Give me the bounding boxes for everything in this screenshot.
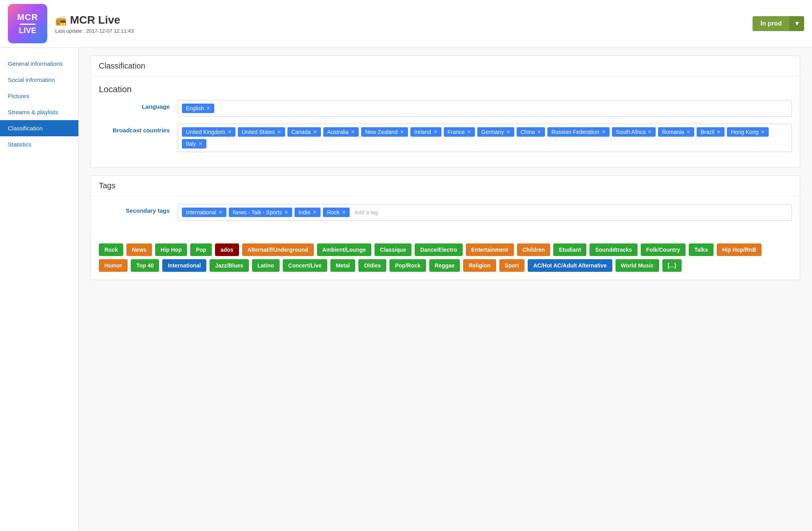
- tag-button[interactable]: Humor: [99, 259, 128, 272]
- classification-body: Location Language English ✕ Broadcast co…: [91, 76, 800, 167]
- add-tag-placeholder: Add a tag: [352, 208, 380, 217]
- remove-country-tag[interactable]: ✕: [277, 129, 281, 135]
- tag-button[interactable]: Sport: [499, 259, 525, 272]
- tag-button[interactable]: Jazz/Blues: [209, 259, 249, 272]
- tag-button[interactable]: Sounddtracks: [590, 243, 637, 256]
- prod-button[interactable]: In prod: [753, 16, 790, 31]
- remove-country-tag[interactable]: ✕: [602, 129, 606, 135]
- header-title-area: 📻 MCR Live Last update : 2017-12-07 12:1…: [55, 14, 753, 34]
- remove-country-tag[interactable]: ✕: [313, 129, 317, 135]
- tags-header: Tags: [91, 176, 800, 196]
- tag-button[interactable]: Reggae: [429, 259, 460, 272]
- remove-country-tag[interactable]: ✕: [198, 141, 202, 147]
- remove-language-tag[interactable]: ✕: [206, 106, 210, 111]
- secondary-tag[interactable]: International ✕: [182, 208, 226, 217]
- sidebar-item-streams-playlists[interactable]: Streams & playlists: [0, 104, 78, 120]
- language-tag[interactable]: English ✕: [182, 104, 214, 113]
- country-tag[interactable]: Russian Federation ✕: [547, 127, 609, 137]
- remove-country-tag[interactable]: ✕: [351, 129, 355, 135]
- tag-grid: RockNewsHip HopPopadosAlternatif/Undergr…: [91, 243, 800, 280]
- broadcast-row: Broadcast countries United Kingdom ✕Unit…: [99, 124, 792, 152]
- tag-button[interactable]: Pop: [190, 243, 211, 256]
- language-input[interactable]: English ✕: [178, 100, 792, 117]
- remove-country-tag[interactable]: ✕: [400, 129, 404, 135]
- tags-title: Tags: [99, 181, 115, 190]
- remove-secondary-tag[interactable]: ✕: [284, 210, 288, 215]
- remove-country-tag[interactable]: ✕: [228, 129, 232, 135]
- tag-button[interactable]: Classique: [374, 243, 412, 256]
- tag-button[interactable]: Children: [517, 243, 551, 256]
- secondary-tag[interactable]: Indie ✕: [295, 208, 321, 217]
- tag-button[interactable]: [...]: [662, 259, 682, 272]
- tag-button[interactable]: Folk/Country: [641, 243, 686, 256]
- tags-card: Tags Secondary tags International ✕News …: [91, 175, 800, 280]
- tag-button[interactable]: Rock: [99, 243, 123, 256]
- tag-button[interactable]: Hip Hop/RnB: [717, 243, 762, 256]
- tag-button[interactable]: World Music: [615, 259, 659, 272]
- country-tag[interactable]: United States ✕: [238, 127, 285, 137]
- tag-button[interactable]: Metal: [330, 259, 356, 272]
- remove-country-tag[interactable]: ✕: [537, 129, 541, 135]
- country-tag[interactable]: Germany ✕: [477, 127, 514, 137]
- remove-country-tag[interactable]: ✕: [717, 129, 721, 135]
- country-tag[interactable]: Brazil ✕: [697, 127, 725, 137]
- secondary-tag[interactable]: Rock ✕: [323, 208, 350, 217]
- remove-country-tag[interactable]: ✕: [686, 129, 690, 135]
- tag-button[interactable]: International: [162, 259, 206, 272]
- classification-header: Classification: [91, 56, 800, 76]
- tag-button[interactable]: Ambient/Lounge: [317, 243, 371, 256]
- remove-country-tag[interactable]: ✕: [467, 129, 471, 135]
- remove-country-tag[interactable]: ✕: [434, 129, 438, 135]
- remove-secondary-tag[interactable]: ✕: [219, 210, 222, 215]
- tag-button[interactable]: Talks: [689, 243, 714, 256]
- tag-button[interactable]: Dance/Electro: [415, 243, 462, 256]
- country-tag[interactable]: Romania ✕: [658, 127, 694, 137]
- radio-icon: 📻: [55, 15, 67, 26]
- tag-button[interactable]: Concert/Live: [283, 259, 327, 272]
- country-tag[interactable]: Italy ✕: [182, 139, 206, 149]
- sidebar-item-social-information[interactable]: Social information: [0, 72, 78, 88]
- sidebar-item-pictures[interactable]: Pictures: [0, 88, 78, 104]
- tag-button[interactable]: Latino: [252, 259, 280, 272]
- remove-secondary-tag[interactable]: ✕: [342, 210, 346, 215]
- tag-button[interactable]: Top 40: [131, 259, 159, 272]
- tag-button[interactable]: Pop/Rock: [389, 259, 426, 272]
- logo-divider: [20, 24, 35, 25]
- country-tag[interactable]: New Zealand ✕: [361, 127, 408, 137]
- country-tag[interactable]: France ✕: [444, 127, 475, 137]
- tag-button[interactable]: AC/Hot AC/Adult Alternative: [528, 259, 612, 272]
- country-tag[interactable]: Canada ✕: [287, 127, 321, 137]
- country-tag[interactable]: Ireland ✕: [410, 127, 441, 137]
- prod-button-group[interactable]: In prod ▼: [753, 16, 804, 31]
- remove-country-tag[interactable]: ✕: [506, 129, 510, 135]
- last-update: Last update : 2017-12-07 12:11:43: [55, 28, 753, 34]
- sidebar-item-classification[interactable]: Classification: [0, 120, 78, 136]
- sidebar-item-statistics[interactable]: Statistics: [0, 136, 78, 152]
- tag-button[interactable]: Etudiant: [553, 243, 586, 256]
- country-tag[interactable]: Australia ✕: [323, 127, 359, 137]
- secondary-tag[interactable]: News - Talk - Sports ✕: [229, 208, 292, 217]
- countries-input[interactable]: United Kingdom ✕United States ✕Canada ✕A…: [178, 124, 792, 152]
- secondary-tags-input[interactable]: International ✕News - Talk - Sports ✕Ind…: [178, 204, 792, 221]
- prod-dropdown-button[interactable]: ▼: [790, 16, 804, 31]
- remove-secondary-tag[interactable]: ✕: [313, 210, 317, 215]
- country-tag[interactable]: United Kingdom ✕: [182, 127, 235, 137]
- sidebar-item-general-informations[interactable]: General informations: [0, 56, 78, 72]
- tag-button[interactable]: Religion: [463, 259, 496, 272]
- tag-button[interactable]: Entertainment: [466, 243, 514, 256]
- tag-button[interactable]: News: [126, 243, 152, 256]
- tag-button[interactable]: Hip Hop: [155, 243, 187, 256]
- tag-button[interactable]: Oldies: [358, 259, 386, 272]
- country-tag[interactable]: Hong Kong ✕: [727, 127, 769, 137]
- secondary-tags-row: Secondary tags International ✕News - Tal…: [99, 204, 792, 221]
- remove-country-tag[interactable]: ✕: [761, 129, 765, 135]
- app-title: 📻 MCR Live: [55, 14, 753, 26]
- tag-button[interactable]: ados: [215, 243, 239, 256]
- tag-button[interactable]: Alternatif/Underground: [242, 243, 314, 256]
- logo-text-live: LIVE: [19, 26, 36, 35]
- country-tag[interactable]: China ✕: [517, 127, 545, 137]
- language-label: Language: [99, 100, 178, 110]
- header: MCR LIVE 📻 MCR Live Last update : 2017-1…: [0, 0, 812, 48]
- remove-country-tag[interactable]: ✕: [648, 129, 652, 135]
- country-tag[interactable]: South Africa ✕: [612, 127, 656, 137]
